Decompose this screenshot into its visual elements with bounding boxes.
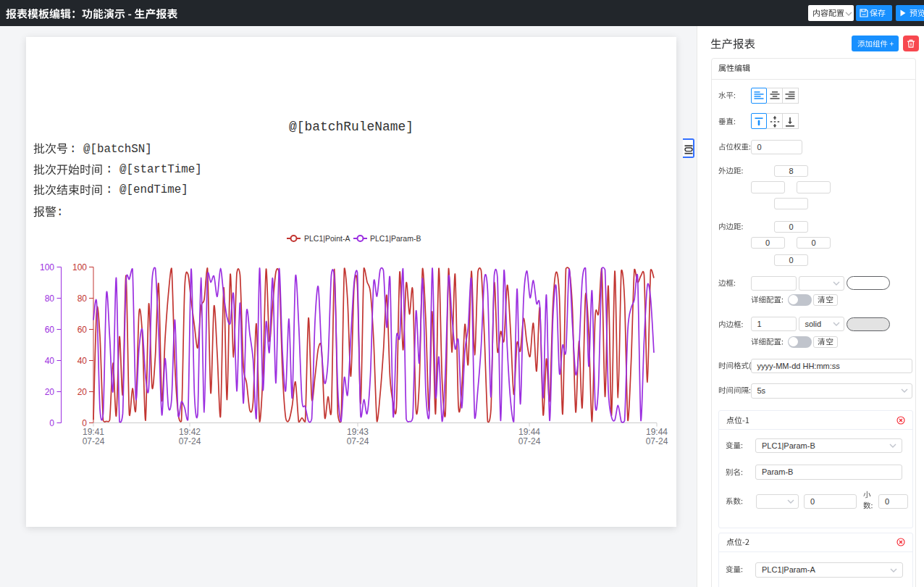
svg-text:07-24: 07-24	[179, 436, 201, 446]
svg-text:07-24: 07-24	[83, 436, 105, 446]
svg-text:19:43: 19:43	[347, 427, 369, 437]
svg-text:19:44: 19:44	[518, 427, 540, 437]
svg-text:40: 40	[77, 356, 88, 366]
svg-text:19:42: 19:42	[179, 427, 201, 437]
svg-text:100: 100	[72, 262, 87, 272]
svg-text:80: 80	[45, 294, 55, 304]
svg-text:20: 20	[77, 387, 88, 397]
svg-text:19:41: 19:41	[83, 427, 104, 437]
svg-text:60: 60	[45, 325, 55, 335]
svg-text:07-24: 07-24	[518, 436, 541, 446]
svg-text:20: 20	[45, 387, 55, 397]
svg-text:100: 100	[40, 262, 54, 272]
svg-text:19:44: 19:44	[646, 427, 668, 437]
svg-text:60: 60	[77, 325, 88, 335]
svg-text:07-24: 07-24	[347, 436, 369, 446]
svg-text:07-24: 07-24	[646, 436, 668, 446]
svg-text:0: 0	[49, 418, 54, 428]
svg-text:80: 80	[77, 294, 88, 304]
svg-text:PLC1|Point-A: PLC1|Point-A	[304, 234, 350, 243]
svg-text:40: 40	[45, 356, 55, 366]
svg-text:PLC1|Param-B: PLC1|Param-B	[370, 234, 421, 243]
